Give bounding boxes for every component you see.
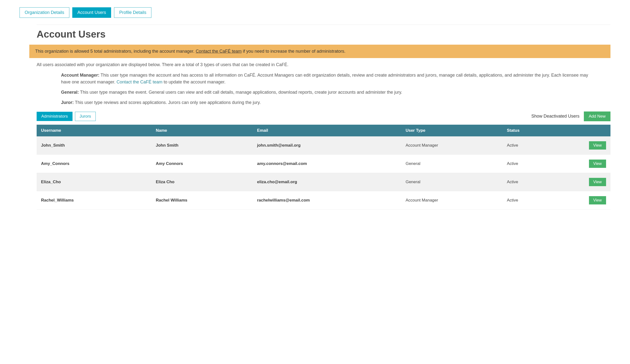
table-row: Amy_ConnorsAmy Connorsamy.connors@email.… [37,154,610,173]
admin-limit-alert: This organization is allowed 5 total adm… [29,45,610,58]
header-status[interactable]: Status [502,125,570,136]
table-body: John_SmithJohn Smithjohn.smith@email.org… [37,136,610,210]
cell-action: View [570,136,610,155]
table-row: Rachel_WilliamsRachel Williamsrachelwill… [37,191,610,209]
table-header: Username Name Email User Type Status [37,125,610,136]
tab-organization-details[interactable]: Organization Details [20,7,69,18]
content-area: Account Users This organization is allow… [20,25,610,210]
cell-email: eliza.cho@email.org [253,173,401,191]
definition-general: General: This user type manages the even… [61,89,596,96]
alert-text-after: if you need to increase the number of ad… [242,49,345,54]
contact-cafe-link[interactable]: Contact the CaFÉ team [116,79,162,84]
cell-name: Rachel Williams [152,191,253,209]
cell-user-type: Account Manager [401,191,502,209]
cell-action: View [570,173,610,191]
header-username[interactable]: Username [37,125,152,136]
definition-juror: Juror: This user type reviews and scores… [61,99,596,106]
cell-action: View [570,154,610,173]
header-email[interactable]: Email [253,125,401,136]
alert-text-before: This organization is allowed 5 total adm… [35,49,196,54]
cell-user-type: General [401,154,502,173]
cell-name: John Smith [152,136,253,155]
cell-username: Amy_Connors [37,154,152,173]
definition-text-after: to update the account manager. [162,79,226,84]
page-title: Account Users [37,25,610,40]
cell-email: amy.connors@email.com [253,154,401,173]
cell-action: View [570,191,610,209]
view-button[interactable]: View [589,141,606,150]
cell-username: John_Smith [37,136,152,155]
header-name[interactable]: Name [152,125,253,136]
header-user-type[interactable]: User Type [401,125,502,136]
tab-profile-details[interactable]: Profile Details [114,7,152,18]
cell-name: Amy Connors [152,154,253,173]
user-type-sub-tabs: Administrators Jurors [37,112,96,121]
cell-username: Rachel_Williams [37,191,152,209]
cell-user-type: General [401,173,502,191]
header-action [570,125,610,136]
table-row: John_SmithJohn Smithjohn.smith@email.org… [37,136,610,155]
main-tabs: Organization Details Account Users Profi… [20,7,610,18]
show-deactivated-link[interactable]: Show Deactivated Users [531,114,580,119]
cell-status: Active [502,136,570,155]
users-table: Username Name Email User Type Status Joh… [37,125,610,210]
cell-status: Active [502,154,570,173]
cell-status: Active [502,173,570,191]
add-new-button[interactable]: Add New [584,111,610,121]
cell-user-type: Account Manager [401,136,502,155]
tab-account-users[interactable]: Account Users [72,7,111,18]
table-row: Eliza_ChoEliza Choeliza.cho@email.orgGen… [37,173,610,191]
definition-label: Juror: [61,100,74,105]
cell-username: Eliza_Cho [37,173,152,191]
definition-text: This user type reviews and scores applic… [74,100,261,105]
cell-status: Active [502,191,570,209]
definition-label: General: [61,90,79,95]
view-button[interactable]: View [589,196,606,204]
cell-name: Eliza Cho [152,173,253,191]
intro-text: All users associated with your organizat… [37,61,610,68]
alert-contact-link[interactable]: Contact the CaFÉ team [196,49,242,54]
cell-email: rachelwilliams@email.com [253,191,401,209]
sub-tab-jurors[interactable]: Jurors [75,112,96,121]
definition-text: This user type manages the event. Genera… [79,90,402,95]
definition-label: Account Manager: [61,73,100,78]
definition-account-manager: Account Manager: This user type manages … [61,72,596,86]
table-controls: Administrators Jurors Show Deactivated U… [37,111,610,121]
sub-tab-administrators[interactable]: Administrators [37,112,72,121]
view-button[interactable]: View [589,160,606,168]
view-button[interactable]: View [589,178,606,186]
user-type-definitions: Account Manager: This user type manages … [37,72,610,106]
cell-email: john.smith@email.org [253,136,401,155]
